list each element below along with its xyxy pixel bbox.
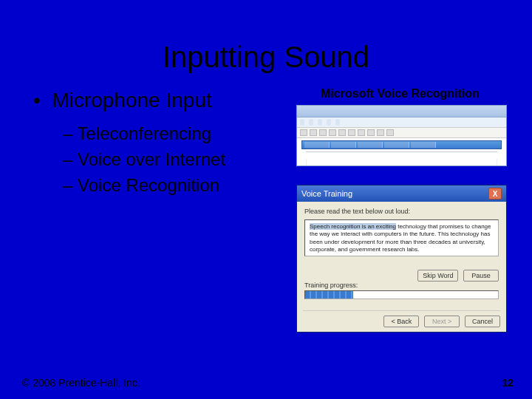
training-text: Speech recognition is an exciting techno…	[304, 219, 499, 256]
subbullet-c: Voice Recognition	[78, 175, 219, 195]
dialog-controls-row: Skip Word Pause	[304, 270, 499, 282]
dialog-titlebar: Voice Training X	[297, 185, 506, 202]
copyright: © 2008 Prentice-Hall, Inc.	[22, 377, 140, 389]
next-button[interactable]: Next >	[424, 316, 460, 327]
word-ribbon	[297, 117, 506, 128]
dialog-body: Please read the text below out loud: Spe…	[297, 202, 506, 305]
close-icon[interactable]: X	[488, 188, 502, 200]
image-caption: Microsoft Voice Recognition	[290, 87, 510, 100]
dialog-title-text: Voice Training	[301, 189, 352, 198]
word-titlebar	[297, 106, 506, 117]
voice-training-dialog: Voice Training X Please read the text be…	[296, 185, 507, 332]
back-button[interactable]: < Back	[383, 316, 419, 327]
content-area: • Microphone Input – Teleconferencing – …	[0, 81, 532, 332]
bullet-sub: – Voice over Internet	[22, 147, 290, 173]
word-ruler	[306, 151, 497, 159]
subbullet-a: Teleconferencing	[78, 123, 211, 143]
bullet-sub: – Teleconferencing	[22, 121, 290, 147]
training-highlight: Speech recognition is an exciting	[310, 223, 396, 230]
subbullet-b: Voice over Internet	[78, 149, 225, 169]
dialog-instruction: Please read the text below out loud:	[304, 208, 499, 215]
bullet-list: • Microphone Input – Teleconferencing – …	[22, 81, 290, 332]
pause-button[interactable]: Pause	[463, 270, 499, 282]
cancel-button[interactable]: Cancel	[465, 316, 500, 327]
skip-word-button[interactable]: Skip Word	[417, 270, 458, 282]
word-window-mock	[296, 105, 507, 166]
word-language-bar	[301, 140, 502, 149]
progress-fill	[305, 291, 353, 299]
bullet-main: • Microphone Input	[22, 89, 290, 112]
bullet-main-text: Microphone Input	[52, 89, 211, 112]
word-document-area	[306, 159, 497, 166]
slide-title: Inputting Sound	[0, 0, 532, 81]
bullet-sub: – Voice Recognition	[22, 173, 290, 199]
images-column: Microsoft Voice Recognition Voice Traini…	[290, 81, 510, 332]
dialog-footer: < Back Next > Cancel	[303, 310, 500, 327]
progress-bar	[304, 290, 499, 299]
page-number: 12	[502, 377, 514, 389]
progress-label: Training progress:	[304, 282, 499, 289]
word-toolbar	[297, 128, 506, 138]
